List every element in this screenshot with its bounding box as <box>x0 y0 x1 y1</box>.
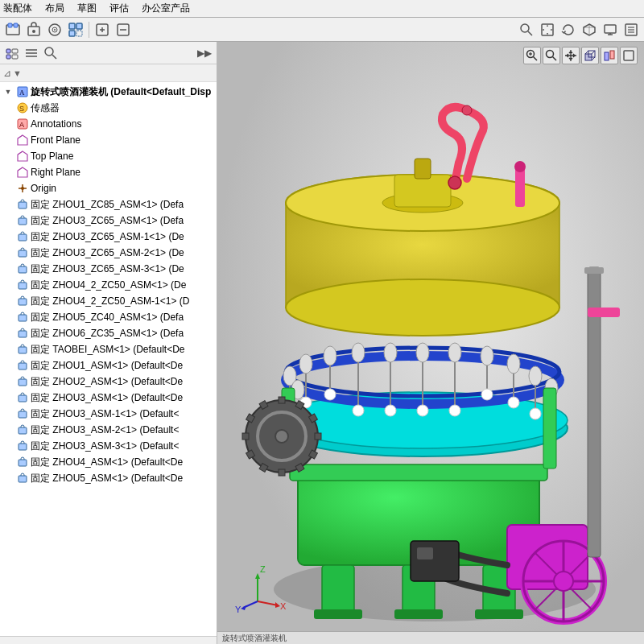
tree-item-icon <box>16 230 29 243</box>
tree-item[interactable]: 固定 ZHOU4_ASM<1> (Default<De <box>0 454 217 470</box>
tree-item-icon <box>16 375 29 388</box>
svg-point-102 <box>554 572 573 591</box>
vp-btn-cube-view[interactable] <box>581 47 599 64</box>
vp-cube[interactable] <box>580 20 599 39</box>
svg-point-4 <box>32 30 35 33</box>
tree-item[interactable]: 固定 ZHOU3_ZC65_ASM-1<1> (De <box>0 229 217 245</box>
panel-btn-expand[interactable] <box>3 44 21 62</box>
tree-item-label: 固定 ZHOU4_2_ZC50_ASM-1<1> (D <box>31 295 189 308</box>
tree-item[interactable]: 固定 ZHOU3_ASM-2<1> (Default< <box>0 422 217 438</box>
svg-point-137 <box>353 405 364 416</box>
toolbar-btn-0[interactable] <box>3 20 23 39</box>
vp-display[interactable] <box>601 20 620 39</box>
vp-btn-zoom-region[interactable] <box>523 47 541 64</box>
tree-item[interactable]: 固定 ZHOU4_2_ZC50_ASM<1> (De <box>0 277 217 293</box>
svg-line-49 <box>18 167 23 171</box>
svg-rect-155 <box>515 167 525 207</box>
svg-rect-57 <box>19 266 27 273</box>
tree-item[interactable]: 固定 ZHOU5_ZC40_ASM<1> (Defa <box>0 309 217 325</box>
svg-point-118 <box>448 343 461 362</box>
tree-item[interactable]: 固定 ZHOU3_ZC65_ASM-2<1> (De <box>0 245 217 261</box>
tree-item[interactable]: Top Plane <box>0 148 217 164</box>
svg-point-142 <box>508 397 519 408</box>
svg-rect-55 <box>19 234 27 241</box>
viewport-area[interactable]: X Y Z 旋转式喷酒灌装机 <box>217 42 644 644</box>
tree-item-icon <box>16 279 29 291</box>
vp-rotate[interactable] <box>559 20 578 39</box>
svg-marker-48 <box>18 167 27 177</box>
tree-item-label: 固定 ZHOU4_2_ZC50_ASM<1> (De <box>31 279 186 292</box>
toolbar-btn-2[interactable] <box>45 20 64 39</box>
tree-item[interactable]: 固定 ZHOU3_ASM-1<1> (Default< <box>0 406 217 422</box>
vp-btn-zoom-fit2[interactable] <box>543 47 560 64</box>
tree-item-icon: A <box>16 118 29 130</box>
tree-item-icon <box>16 262 29 275</box>
svg-rect-62 <box>19 347 27 353</box>
tree-item[interactable]: 固定 ZHOU1_ZC85_ASM<1> (Defa <box>0 196 217 213</box>
tree-item[interactable]: 固定 ZHOU3_ASM<1> (Default<De <box>0 390 217 406</box>
svg-line-80 <box>592 51 595 54</box>
panel-btn-arrow[interactable]: ▶▶ <box>196 44 213 62</box>
tree-item[interactable]: 固定 TAOBEI_ASM<1> (Default<De <box>0 341 217 357</box>
vp-btn-options[interactable] <box>620 47 638 64</box>
tree-item[interactable]: Front Plane <box>0 132 217 148</box>
tree-item-icon <box>16 166 29 179</box>
model-svg: X Y Z <box>217 42 644 644</box>
vp-btn-section[interactable] <box>601 47 618 64</box>
tree-item[interactable]: 固定 ZHOU6_ZC35_ASM<1> (Defa <box>0 325 217 341</box>
svg-rect-151 <box>394 175 451 207</box>
tree-item-label: 固定 ZHOU2_ASM<1> (Default<De <box>31 375 183 389</box>
svg-rect-61 <box>19 331 27 337</box>
svg-rect-2 <box>14 23 18 27</box>
svg-rect-8 <box>69 23 75 29</box>
h-scrollbar[interactable] <box>0 636 217 644</box>
svg-line-81 <box>592 57 595 60</box>
svg-rect-70 <box>19 476 27 482</box>
panel-btn-search[interactable] <box>42 44 60 62</box>
svg-line-72 <box>534 57 538 61</box>
tree-item[interactable]: Origin <box>0 180 217 196</box>
svg-point-75 <box>547 51 554 58</box>
menu-assembly[interactable]: 装配体 <box>3 2 32 15</box>
tree-item[interactable]: AAnnotations <box>0 116 217 132</box>
svg-rect-22 <box>605 25 616 33</box>
tree-item-icon <box>16 423 29 436</box>
svg-line-18 <box>528 31 532 35</box>
panel-btn-list[interactable] <box>23 44 40 62</box>
tree-root[interactable]: ▼ A 旋转式喷酒灌装机 (Default<Default_Disp <box>0 84 217 100</box>
tree-item[interactable]: 固定 ZHOU3_ASM-3<1> (Default< <box>0 438 217 454</box>
vp-settings[interactable] <box>621 20 641 39</box>
svg-rect-9 <box>76 23 82 29</box>
menu-office[interactable]: 办公室产品 <box>142 2 190 15</box>
tree-view[interactable]: ▼ A 旋转式喷酒灌装机 (Default<Default_Disp S传感器A… <box>0 82 217 636</box>
toolbar-btn-3[interactable] <box>66 20 85 39</box>
tree-item[interactable]: Right Plane <box>0 164 217 180</box>
menu-evaluate[interactable]: 评估 <box>109 2 129 15</box>
vp-zoom-area[interactable] <box>517 20 536 39</box>
tree-item[interactable]: 固定 ZHOU1_ASM<1> (Default<De <box>0 357 217 374</box>
vp-btn-pan[interactable] <box>562 47 580 64</box>
menu-sketch[interactable]: 草图 <box>77 2 97 15</box>
tree-root-label: 旋转式喷酒灌装机 (Default<Default_Disp <box>31 85 211 99</box>
svg-point-119 <box>481 346 493 365</box>
tree-expand-icon: ▼ <box>2 85 14 98</box>
svg-rect-84 <box>624 51 634 60</box>
toolbar-btn-4[interactable] <box>93 20 112 39</box>
tree-item[interactable]: 固定 ZHOU3_ZC65_ASM<1> (Defa <box>0 213 217 229</box>
svg-marker-46 <box>18 151 27 161</box>
svg-rect-31 <box>12 49 18 53</box>
tree-item[interactable]: 固定 ZHOU5_ASM<1> (Default<De <box>0 470 217 486</box>
menu-layout[interactable]: 布局 <box>45 2 64 15</box>
vp-zoom-fit[interactable] <box>538 20 557 39</box>
filter-bar: ⊿ ▼ <box>0 64 217 82</box>
toolbar-btn-5[interactable] <box>114 20 133 39</box>
tree-item[interactable]: 固定 ZHOU2_ASM<1> (Default<De <box>0 374 217 390</box>
left-panel: ▶▶ ⊿ ▼ ▼ A 旋转式喷酒灌装机 (Default<Default_Dis… <box>0 42 217 644</box>
tree-assembly-icon: A <box>16 85 29 98</box>
tree-item-icon <box>16 198 29 211</box>
toolbar-btn-1[interactable] <box>24 20 43 39</box>
tree-item[interactable]: S传感器 <box>0 100 217 116</box>
svg-point-141 <box>481 389 493 400</box>
tree-item[interactable]: 固定 ZHOU4_2_ZC50_ASM-1<1> (D <box>0 293 217 309</box>
tree-item[interactable]: 固定 ZHOU3_ZC65_ASM-3<1> (De <box>0 261 217 277</box>
